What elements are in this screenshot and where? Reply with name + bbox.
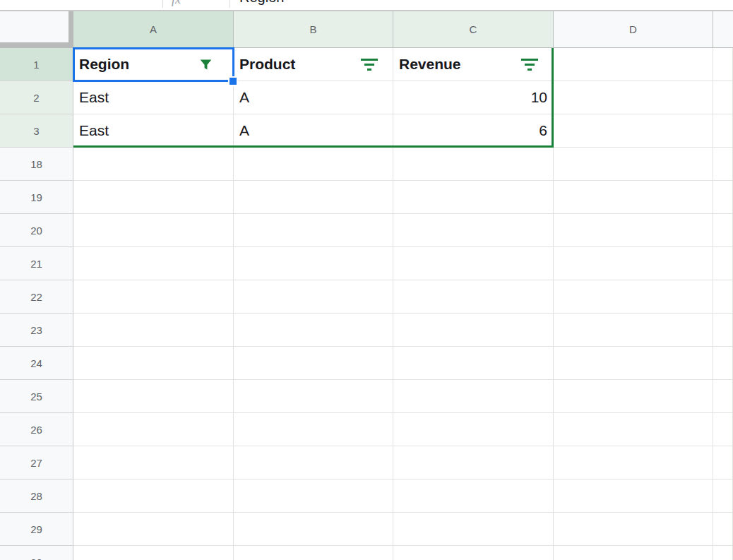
row-header-28[interactable]: 28 bbox=[0, 479, 73, 513]
column-header-a[interactable]: A bbox=[73, 11, 234, 47]
cell[interactable] bbox=[554, 513, 713, 546]
cell[interactable] bbox=[73, 546, 234, 560]
row-header-22[interactable]: 22 bbox=[0, 280, 73, 314]
cell[interactable] bbox=[393, 181, 554, 214]
cell[interactable] bbox=[713, 48, 733, 81]
row-header-24[interactable]: 24 bbox=[0, 347, 73, 380]
cell[interactable] bbox=[554, 148, 713, 181]
cell[interactable] bbox=[713, 479, 733, 513]
row-header-23[interactable]: 23 bbox=[0, 314, 73, 347]
cell[interactable] bbox=[713, 280, 733, 314]
cell[interactable] bbox=[713, 81, 733, 114]
cell[interactable] bbox=[713, 148, 733, 181]
cell[interactable] bbox=[554, 280, 713, 314]
cell[interactable] bbox=[554, 81, 713, 114]
select-all-corner[interactable] bbox=[0, 11, 73, 47]
cell[interactable] bbox=[234, 546, 393, 560]
cell[interactable] bbox=[393, 148, 554, 181]
cell[interactable] bbox=[554, 546, 713, 560]
cell[interactable] bbox=[393, 280, 554, 314]
cell[interactable] bbox=[73, 247, 234, 280]
cell[interactable] bbox=[554, 380, 713, 413]
row-header-18[interactable]: 18 bbox=[0, 148, 73, 181]
cell[interactable] bbox=[234, 314, 393, 347]
formula-bar-input[interactable]: Region bbox=[239, 0, 284, 4]
cell[interactable] bbox=[554, 413, 713, 446]
cell[interactable] bbox=[393, 347, 554, 380]
cell[interactable] bbox=[713, 114, 733, 148]
row-header-27[interactable]: 27 bbox=[0, 446, 73, 479]
row-header-26[interactable]: 26 bbox=[0, 413, 73, 446]
cell[interactable] bbox=[73, 347, 234, 380]
cell[interactable]: East bbox=[73, 81, 234, 114]
cell[interactable] bbox=[73, 181, 234, 214]
row-header-3[interactable]: 3 bbox=[0, 114, 73, 148]
cell[interactable] bbox=[234, 280, 393, 314]
row-header-1[interactable]: 1 bbox=[0, 48, 73, 81]
cell[interactable] bbox=[713, 446, 733, 479]
cell[interactable] bbox=[73, 214, 234, 247]
cell[interactable] bbox=[393, 546, 554, 560]
cell[interactable] bbox=[234, 181, 393, 214]
cell[interactable] bbox=[554, 48, 713, 81]
cell[interactable] bbox=[393, 446, 554, 479]
cell[interactable] bbox=[554, 314, 713, 347]
column-header-b[interactable]: B bbox=[234, 11, 393, 47]
cell[interactable] bbox=[73, 413, 234, 446]
cell[interactable] bbox=[73, 513, 234, 546]
filter-lines-icon[interactable] bbox=[361, 59, 378, 71]
cell[interactable] bbox=[554, 347, 713, 380]
row-header-29[interactable]: 29 bbox=[0, 513, 73, 546]
cell[interactable] bbox=[713, 181, 733, 214]
cell[interactable] bbox=[73, 148, 234, 181]
cell[interactable]: A bbox=[234, 81, 393, 114]
row-header-2[interactable]: 2 bbox=[0, 81, 73, 114]
cell[interactable] bbox=[73, 380, 234, 413]
cell[interactable] bbox=[393, 513, 554, 546]
fill-handle[interactable] bbox=[228, 76, 238, 86]
cell[interactable]: Region bbox=[73, 48, 234, 81]
cell[interactable] bbox=[554, 446, 713, 479]
cell[interactable] bbox=[73, 479, 234, 513]
cell[interactable] bbox=[554, 247, 713, 280]
cell[interactable] bbox=[393, 314, 554, 347]
column-header-c[interactable]: C bbox=[393, 11, 554, 47]
cell[interactable]: Product bbox=[234, 48, 393, 81]
cell[interactable] bbox=[73, 446, 234, 479]
cell[interactable] bbox=[234, 413, 393, 446]
filter-lines-icon[interactable] bbox=[521, 59, 538, 71]
cell[interactable] bbox=[554, 214, 713, 247]
cell[interactable] bbox=[234, 380, 393, 413]
cell[interactable] bbox=[234, 446, 393, 479]
cell[interactable] bbox=[554, 181, 713, 214]
cell[interactable] bbox=[73, 314, 234, 347]
cell[interactable] bbox=[234, 479, 393, 513]
cell[interactable] bbox=[234, 247, 393, 280]
cell[interactable] bbox=[554, 114, 713, 148]
cell[interactable] bbox=[713, 247, 733, 280]
cell[interactable] bbox=[393, 380, 554, 413]
cell[interactable] bbox=[393, 214, 554, 247]
cell[interactable] bbox=[393, 479, 554, 513]
column-header-partial[interactable] bbox=[713, 11, 733, 47]
row-header-25[interactable]: 25 bbox=[0, 380, 73, 413]
row-header-19[interactable]: 19 bbox=[0, 181, 73, 214]
cell[interactable] bbox=[713, 347, 733, 380]
cell[interactable] bbox=[73, 280, 234, 314]
cell[interactable]: East bbox=[73, 114, 234, 148]
cell[interactable]: 6 bbox=[393, 114, 554, 148]
cell[interactable] bbox=[713, 214, 733, 247]
cell[interactable] bbox=[713, 413, 733, 446]
cell[interactable]: Revenue bbox=[393, 48, 554, 81]
column-header-d[interactable]: D bbox=[554, 11, 713, 47]
cell[interactable] bbox=[234, 214, 393, 247]
cell[interactable] bbox=[234, 513, 393, 546]
cell[interactable] bbox=[393, 247, 554, 280]
cell[interactable] bbox=[393, 413, 554, 446]
cell[interactable] bbox=[713, 546, 733, 560]
row-header-20[interactable]: 20 bbox=[0, 214, 73, 247]
cell[interactable] bbox=[713, 380, 733, 413]
cell[interactable]: A bbox=[234, 114, 393, 148]
cell[interactable] bbox=[713, 314, 733, 347]
row-header-30[interactable]: 30 bbox=[0, 546, 73, 560]
